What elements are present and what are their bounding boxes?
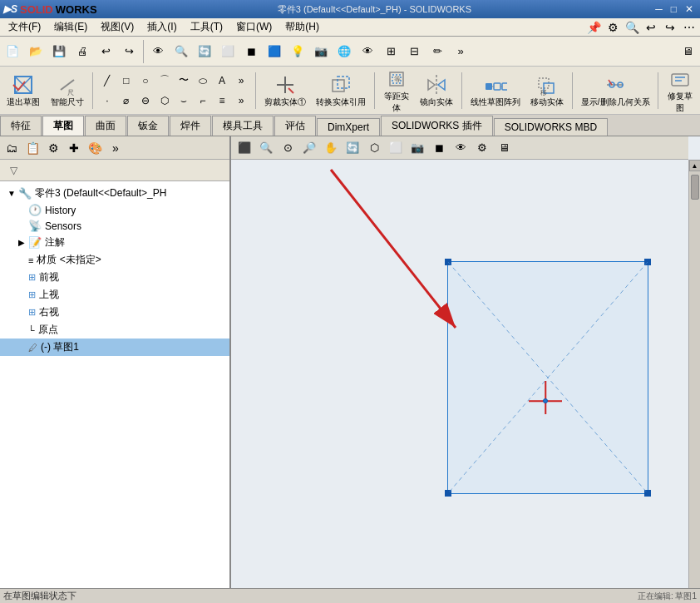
tab-surface[interactable]: 曲面 xyxy=(85,116,126,136)
tab-moldtools[interactable]: 模具工具 xyxy=(212,116,274,136)
dynamic-icon[interactable]: ⬡ xyxy=(364,139,384,157)
rotate-icon[interactable]: 🔄 xyxy=(194,41,215,62)
point-tool-btn[interactable]: · xyxy=(98,91,116,110)
grid-icon[interactable]: ⊞ xyxy=(380,41,402,62)
open-icon[interactable]: 📂 xyxy=(25,41,47,62)
offset-button[interactable]: 等 等距实体 xyxy=(380,70,413,111)
pan-icon[interactable]: ✋ xyxy=(321,139,341,157)
more-icon[interactable]: ⋯ xyxy=(680,18,698,37)
vertical-scrollbar[interactable]: ▲ ▼ xyxy=(688,160,700,603)
tree-annotations[interactable]: ▶ 📝 注解 xyxy=(0,234,229,251)
new-view-icon[interactable]: 🖥 xyxy=(494,139,514,157)
scene-icon[interactable]: 🌐 xyxy=(333,41,355,62)
tree-material[interactable]: ≡ 材质 <未指定> xyxy=(0,251,229,269)
scroll-thumb[interactable] xyxy=(691,175,699,200)
poly-tool-btn[interactable]: ⬡ xyxy=(155,91,174,110)
zoom-icon[interactable]: 🔍 xyxy=(170,41,192,62)
camera-icon[interactable]: 📷 xyxy=(310,41,332,62)
circle-tool-btn[interactable]: ○ xyxy=(136,72,155,90)
tab-sheetmetal[interactable]: 钣金 xyxy=(127,116,169,136)
view-icon[interactable]: 👁 xyxy=(147,41,169,62)
new-icon[interactable]: 📄 xyxy=(2,41,23,62)
property-icon[interactable]: 📋 xyxy=(22,139,42,157)
hide-all-icon[interactable]: 👁 xyxy=(451,139,471,157)
menu-help[interactable]: 帮助(H) xyxy=(279,18,326,36)
menu-insert[interactable]: 插入(I) xyxy=(140,18,183,36)
tab-swplugins[interactable]: SOLIDWORKS 插件 xyxy=(381,116,493,136)
redo-icon[interactable]: ↪ xyxy=(661,18,679,37)
tree-sketch1[interactable]: 🖊 (-) 草图1 xyxy=(0,339,229,356)
cam-view-icon[interactable]: 📷 xyxy=(407,139,427,157)
config-icon[interactable]: ⚙ xyxy=(43,139,63,157)
tab-weldment[interactable]: 焊件 xyxy=(170,116,211,136)
tab-sketch[interactable]: 草图 xyxy=(42,116,84,136)
rt1-icon[interactable]: 🖥 xyxy=(677,41,698,62)
view3d-icon[interactable]: 🔍 xyxy=(256,139,276,157)
tab-features[interactable]: 特征 xyxy=(0,116,42,136)
arc-tool-btn[interactable]: ⌒ xyxy=(155,72,174,90)
print-icon[interactable]: 🖨 xyxy=(71,41,93,62)
close-button[interactable]: ✕ xyxy=(682,3,697,15)
display-icon[interactable]: ◼ xyxy=(240,41,262,62)
more2-icon[interactable]: » xyxy=(450,41,471,62)
dfm-icon[interactable]: ✚ xyxy=(64,139,84,157)
annotations-expand[interactable]: ▶ xyxy=(17,238,27,248)
exit-sketch-button[interactable]: 退出草图 xyxy=(3,70,44,111)
tree-root[interactable]: ▼ 🔧 零件3 (Default<<Default>_PH xyxy=(0,185,229,202)
tree-front-plane[interactable]: ⊞ 前视 xyxy=(0,269,229,286)
display-manager-icon[interactable]: 🎨 xyxy=(85,139,105,157)
slot-tool-btn[interactable]: ⊖ xyxy=(136,91,155,110)
zoom-region-icon[interactable]: 🔎 xyxy=(299,139,319,157)
render-icon[interactable]: 🟦 xyxy=(264,41,285,62)
offset2-tool-btn[interactable]: ≡ xyxy=(213,91,231,110)
save-icon[interactable]: 💾 xyxy=(48,41,70,62)
mirror-button[interactable]: 镜向实体 xyxy=(417,70,457,111)
showrel-button[interactable]: 显示/删除几何关系 xyxy=(578,70,653,111)
pin-icon[interactable]: 📌 xyxy=(584,18,603,37)
pattern-button[interactable]: 线性草图阵列 xyxy=(467,70,524,111)
more2-tools-btn[interactable]: » xyxy=(232,91,250,110)
tree-right-plane[interactable]: ⊞ 右视 xyxy=(0,304,229,321)
align-icon[interactable]: ⊟ xyxy=(403,41,425,62)
maximize-button[interactable]: □ xyxy=(668,3,680,15)
undo-icon[interactable]: ↩ xyxy=(95,41,116,62)
fillet-tool-btn[interactable]: ⌣ xyxy=(175,91,193,110)
tree-sensors[interactable]: 📡 Sensors xyxy=(0,218,229,234)
menu-file[interactable]: 文件(F) xyxy=(2,18,47,36)
tab-evaluate[interactable]: 评估 xyxy=(274,116,316,136)
menu-edit[interactable]: 编辑(E) xyxy=(47,18,94,36)
redo-icon[interactable]: ↪ xyxy=(118,41,140,62)
move-button[interactable]: 移 移动实体 xyxy=(527,70,568,111)
expand-icon[interactable]: » xyxy=(106,139,126,157)
convert-button[interactable]: 转换实体引用 xyxy=(313,70,369,111)
view-setting-icon[interactable]: ⚙ xyxy=(472,139,492,157)
menu-tools[interactable]: 工具(T) xyxy=(184,18,229,36)
ellipse-tool-btn[interactable]: ⬭ xyxy=(194,72,212,90)
light-icon[interactable]: 💡 xyxy=(287,41,308,62)
tab-swmbd[interactable]: SOLIDWORKS MBD xyxy=(494,118,608,136)
rotate3d-icon[interactable]: 🔄 xyxy=(343,139,362,157)
display-style-icon[interactable]: ◼ xyxy=(429,139,449,157)
section-view-icon[interactable]: ⬜ xyxy=(386,139,406,157)
tree-top-plane[interactable]: ⊞ 上视 xyxy=(0,286,229,304)
hide-icon[interactable]: 👁 xyxy=(357,41,378,62)
tree-history[interactable]: 🕐 History xyxy=(0,202,229,218)
undo-icon[interactable]: ↩ xyxy=(642,18,660,37)
root-expand[interactable]: ▼ xyxy=(7,189,17,199)
text-tool-btn[interactable]: A xyxy=(213,72,231,90)
repair-button[interactable]: 修复草图 xyxy=(663,70,697,111)
sketch-icon[interactable]: ✏ xyxy=(426,41,448,62)
scroll-up-button[interactable]: ▲ xyxy=(689,160,701,171)
constr-tool-btn[interactable]: ⌀ xyxy=(117,91,136,110)
tab-dimxpert[interactable]: DimXpert xyxy=(317,118,380,136)
zoom-fit-icon[interactable]: ⊙ xyxy=(278,139,298,157)
menu-view[interactable]: 视图(V) xyxy=(94,18,140,36)
minimize-button[interactable]: ─ xyxy=(652,3,666,15)
smart-dimension-button[interactable]: 尺 智能尺寸 xyxy=(47,70,88,111)
tree-origin[interactable]: └ 原点 xyxy=(0,321,229,339)
trim-button[interactable]: 剪裁实体① xyxy=(261,70,309,111)
std-views-icon[interactable]: ⬛ xyxy=(234,139,254,157)
canvas-area[interactable]: ⬛ 🔍 ⊙ 🔎 ✋ 🔄 ⬡ ⬜ 📷 ◼ 👁 ⚙ 🖥 xyxy=(231,136,700,603)
more-tools-btn[interactable]: » xyxy=(232,72,250,90)
line-tool-btn[interactable]: ╱ xyxy=(98,72,116,90)
